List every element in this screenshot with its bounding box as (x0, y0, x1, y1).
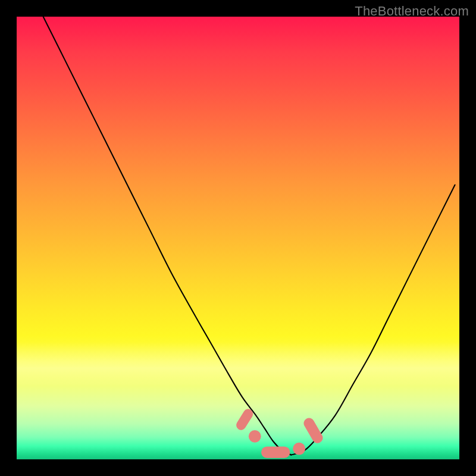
curve-layer (17, 17, 459, 459)
trough-pill (261, 446, 290, 458)
trough-dot (293, 443, 305, 455)
chart-frame: TheBottleneck.com (0, 0, 476, 476)
right-curve (291, 185, 455, 455)
trough-pill (302, 416, 325, 445)
trough-markers (234, 407, 325, 458)
watermark-text: TheBottleneck.com (355, 4, 469, 19)
left-curve (43, 17, 292, 455)
trough-dot (249, 430, 261, 443)
plot-area (17, 17, 459, 459)
trough-pill (234, 407, 255, 431)
